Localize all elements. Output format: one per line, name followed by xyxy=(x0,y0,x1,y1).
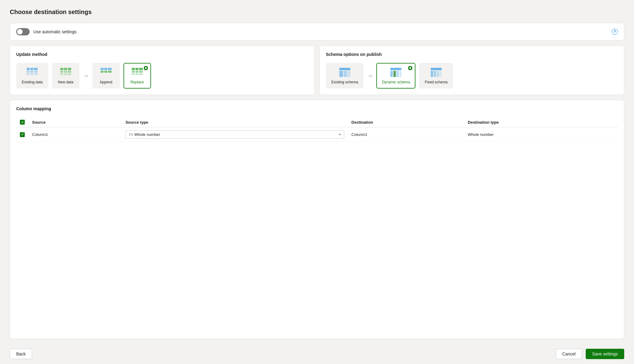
option-new-data[interactable]: New data xyxy=(52,63,79,89)
svg-rect-27 xyxy=(132,71,135,73)
save-settings-button[interactable]: Save settings xyxy=(586,349,624,359)
svg-rect-25 xyxy=(135,68,138,70)
fixed-schema-label: Fixed schema xyxy=(425,80,448,84)
dynamic-schema-icon xyxy=(390,67,402,78)
replace-icon xyxy=(131,67,143,78)
svg-rect-6 xyxy=(27,73,30,75)
header-checkbox[interactable] xyxy=(20,120,25,125)
svg-rect-34 xyxy=(339,71,343,77)
option-replace[interactable]: Replace xyxy=(123,63,151,89)
schema-options-title: Schema options on publish xyxy=(326,52,618,57)
help-icon[interactable]: ? xyxy=(612,29,618,35)
col-destination-header: Destination xyxy=(348,117,464,127)
svg-rect-29 xyxy=(139,71,143,73)
svg-rect-43 xyxy=(431,71,433,77)
svg-rect-0 xyxy=(27,68,30,70)
bottom-bar: Back Cancel Save settings xyxy=(10,344,624,364)
svg-rect-22 xyxy=(104,71,107,73)
svg-rect-4 xyxy=(30,71,33,73)
toggle-thumb xyxy=(17,29,23,35)
svg-rect-45 xyxy=(437,71,439,77)
dropdown-label: 1²₃ Whole number xyxy=(129,132,160,137)
bottom-right-buttons: Cancel Save settings xyxy=(556,349,624,359)
svg-rect-1 xyxy=(30,68,33,70)
schema-options-options: Existing schema → Dynamic schema xyxy=(326,63,618,89)
replace-label: Replace xyxy=(131,80,144,84)
option-fixed-schema[interactable]: Fixed schema xyxy=(419,63,453,89)
col-destination-type-header: Destination type xyxy=(464,117,618,127)
existing-schema-icon xyxy=(339,67,351,78)
svg-rect-9 xyxy=(60,68,63,70)
svg-rect-24 xyxy=(132,68,135,70)
svg-rect-10 xyxy=(64,68,67,70)
option-append[interactable]: Append xyxy=(92,63,120,89)
option-dynamic-schema[interactable]: Dynamic schema xyxy=(376,63,415,89)
svg-rect-44 xyxy=(434,71,436,77)
svg-rect-11 xyxy=(68,68,71,70)
option-existing-schema[interactable]: Existing schema xyxy=(326,63,363,89)
column-mapping-title: Column mapping xyxy=(16,106,618,111)
svg-rect-19 xyxy=(104,68,107,70)
svg-rect-5 xyxy=(34,71,38,73)
svg-rect-26 xyxy=(139,68,143,70)
svg-rect-15 xyxy=(60,73,63,75)
row-1-source: Column1 xyxy=(28,127,122,142)
svg-rect-35 xyxy=(344,71,347,77)
svg-rect-8 xyxy=(34,73,38,75)
col-source-type-header: Source type xyxy=(122,117,348,127)
svg-rect-17 xyxy=(68,73,71,75)
replace-selected-dot xyxy=(144,66,148,70)
update-method-options: Existing data New data → xyxy=(16,63,308,89)
col-source-header: Source xyxy=(28,117,122,127)
schema-arrow: → xyxy=(367,73,373,79)
cancel-button[interactable]: Cancel xyxy=(556,349,582,359)
svg-rect-42 xyxy=(431,68,442,70)
table-row: Column1 1²₃ Whole number ▾ Column1 Whole… xyxy=(16,127,618,142)
append-icon xyxy=(100,67,112,78)
append-label: Append xyxy=(100,80,112,84)
row-1-checkbox[interactable] xyxy=(20,132,25,137)
svg-rect-36 xyxy=(348,71,350,77)
row-1-source-type-dropdown[interactable]: 1²₃ Whole number ▾ xyxy=(125,130,344,139)
svg-rect-23 xyxy=(108,71,112,73)
svg-rect-14 xyxy=(68,71,71,73)
column-mapping-card: Column mapping Source Source type Destin… xyxy=(10,100,624,339)
back-button[interactable]: Back xyxy=(10,349,32,359)
svg-rect-28 xyxy=(135,71,138,73)
svg-rect-13 xyxy=(64,71,67,73)
auto-settings-toggle[interactable] xyxy=(16,28,30,35)
existing-data-label: Existing data xyxy=(22,80,43,84)
method-arrow: → xyxy=(83,73,89,79)
col-check-header xyxy=(16,117,28,127)
page-title: Choose destination settings xyxy=(10,9,624,16)
dynamic-schema-label: Dynamic schema xyxy=(382,80,410,84)
auto-settings-label: Use automatic settings xyxy=(33,29,77,34)
auto-settings-left: Use automatic settings xyxy=(16,28,77,35)
column-mapping-table: Source Source type Destination Destinati… xyxy=(16,117,618,142)
svg-rect-3 xyxy=(27,71,30,73)
existing-schema-label: Existing schema xyxy=(331,80,358,84)
fixed-schema-icon xyxy=(430,67,442,78)
row-1-destination: Column1 xyxy=(348,127,464,142)
dropdown-caret-icon: ▾ xyxy=(339,133,341,136)
two-col-section: Update method Existing data xyxy=(10,46,624,95)
svg-rect-40 xyxy=(396,71,399,77)
toggle-track[interactable] xyxy=(16,28,30,35)
row-1-source-type-cell: 1²₃ Whole number ▾ xyxy=(122,127,348,142)
row-1-destination-type: Whole number xyxy=(464,127,618,142)
svg-rect-16 xyxy=(64,73,67,75)
update-method-card: Update method Existing data xyxy=(10,46,315,95)
svg-rect-12 xyxy=(60,71,63,73)
svg-rect-37 xyxy=(390,68,401,70)
whole-number-icon: 1²₃ xyxy=(129,133,133,136)
svg-rect-33 xyxy=(339,68,350,70)
row-checkbox-cell xyxy=(16,127,28,142)
option-existing-data[interactable]: Existing data xyxy=(16,63,48,89)
new-data-label: New data xyxy=(58,80,73,84)
new-data-icon xyxy=(60,67,72,78)
auto-settings-card: Use automatic settings ? xyxy=(10,23,624,41)
dynamic-schema-selected-dot xyxy=(408,66,412,70)
svg-rect-39 xyxy=(393,71,396,77)
svg-rect-18 xyxy=(101,68,104,70)
existing-data-icon xyxy=(26,67,38,78)
